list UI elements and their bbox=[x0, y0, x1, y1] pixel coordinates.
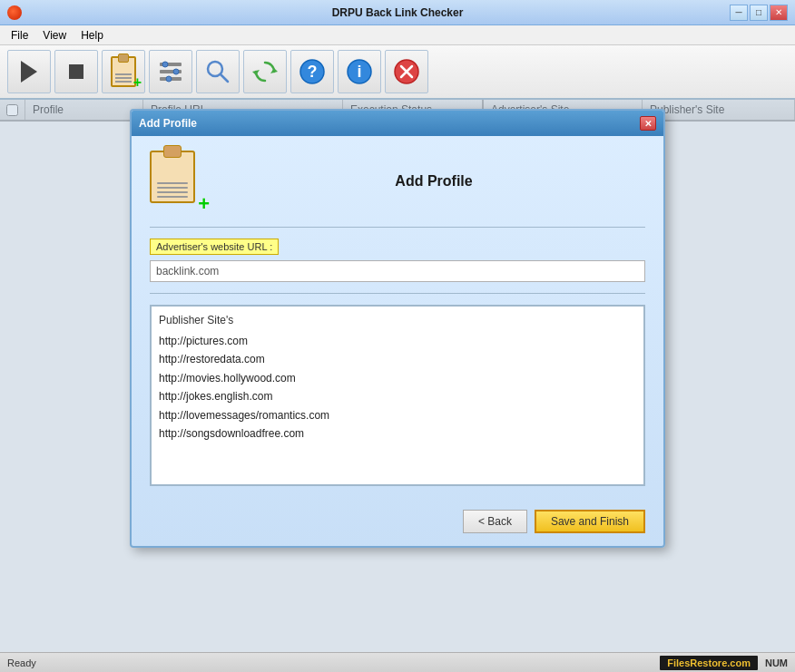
publisher-sites-wrapper: Publisher Site's http://pictures.com htt… bbox=[150, 305, 645, 486]
svg-point-4 bbox=[173, 69, 179, 74]
svg-point-3 bbox=[162, 62, 168, 67]
save-finish-button[interactable]: Save and Finish bbox=[535, 510, 645, 533]
dialog-icon: + bbox=[150, 151, 204, 212]
back-button[interactable]: < Back bbox=[463, 510, 527, 533]
menu-view[interactable]: View bbox=[35, 27, 74, 44]
publisher-site-4: http://jokes.english.com bbox=[159, 387, 636, 405]
search-button[interactable] bbox=[196, 50, 240, 93]
status-right: FilesRestore.com NUM bbox=[660, 656, 788, 670]
dialog-heading: Add Profile bbox=[222, 173, 645, 190]
publisher-site-6: http://songsdownloadfree.com bbox=[159, 424, 636, 443]
svg-text:?: ? bbox=[308, 63, 318, 81]
modal-overlay: Add Profile ✕ bbox=[0, 100, 795, 652]
publisher-site-1: http://pictures.com bbox=[159, 332, 636, 350]
advertiser-url-label: Advertiser's website URL : bbox=[150, 239, 279, 255]
publisher-site-2: http://restoredata.com bbox=[159, 350, 636, 368]
menu-bar: File View Help bbox=[0, 25, 795, 45]
app-icon bbox=[7, 5, 22, 20]
minimize-button[interactable]: ─ bbox=[730, 5, 748, 21]
title-bar-controls: ─ □ ✕ bbox=[730, 5, 788, 21]
maximize-button[interactable]: □ bbox=[750, 5, 768, 21]
dialog-close-button[interactable]: ✕ bbox=[640, 116, 656, 131]
dialog-title-bar: Add Profile ✕ bbox=[132, 111, 663, 136]
dialog-header-section: + Add Profile bbox=[150, 151, 645, 212]
publisher-sites-list: http://pictures.com http://restoredata.c… bbox=[159, 332, 636, 443]
close-window-button[interactable]: ✕ bbox=[770, 5, 788, 21]
refresh-button[interactable] bbox=[243, 50, 287, 93]
search-icon bbox=[203, 57, 232, 86]
publisher-sites-label: Publisher Site's bbox=[159, 314, 636, 326]
stop-button[interactable] bbox=[54, 50, 98, 93]
plus-large-icon: + bbox=[198, 192, 210, 216]
app-title: DRPU Back Link Checker bbox=[332, 6, 464, 19]
info-button[interactable]: i bbox=[338, 50, 381, 93]
dialog-content: + Add Profile Advertiser's website URL :… bbox=[132, 136, 663, 501]
menu-file[interactable]: File bbox=[4, 27, 35, 44]
brand-label: FilesRestore.com bbox=[660, 656, 758, 670]
add-profile-dialog: Add Profile ✕ bbox=[130, 109, 665, 548]
status-text: Ready bbox=[7, 657, 36, 668]
close-icon bbox=[392, 57, 421, 86]
publisher-site-3: http://movies.hollywood.com bbox=[159, 369, 636, 387]
clipboard-lines bbox=[157, 182, 188, 198]
svg-point-5 bbox=[166, 76, 172, 82]
status-bar: Ready FilesRestore.com NUM bbox=[0, 652, 795, 672]
main-area: Profile Profile URL Execution Status Adv… bbox=[0, 100, 795, 652]
title-bar: DRPU Back Link Checker ─ □ ✕ bbox=[0, 0, 795, 25]
advertiser-section: Advertiser's website URL : bbox=[150, 239, 645, 282]
settings-icon bbox=[156, 57, 185, 86]
dialog-divider-1 bbox=[150, 227, 645, 228]
plus-icon: + bbox=[133, 74, 142, 91]
info-icon: i bbox=[345, 57, 374, 86]
close-button[interactable] bbox=[385, 50, 428, 93]
dialog-divider-2 bbox=[150, 293, 645, 294]
help-icon: ? bbox=[298, 57, 327, 86]
add-profile-toolbar-button[interactable]: + bbox=[102, 50, 145, 93]
toolbar: + ? bbox=[0, 45, 795, 100]
refresh-icon bbox=[250, 57, 280, 86]
svg-text:i: i bbox=[357, 63, 361, 81]
dialog-footer: < Back Save and Finish bbox=[132, 501, 663, 546]
advertiser-url-input[interactable] bbox=[150, 260, 645, 282]
stop-icon bbox=[69, 64, 83, 79]
title-bar-left bbox=[7, 5, 22, 20]
help-button[interactable]: ? bbox=[290, 50, 334, 93]
num-lock-label: NUM bbox=[765, 657, 788, 668]
svg-line-7 bbox=[221, 74, 228, 82]
dialog-title: Add Profile bbox=[139, 117, 197, 130]
publisher-site-5: http://lovemessages/romantics.com bbox=[159, 406, 636, 424]
clipboard-large-icon bbox=[150, 151, 195, 203]
play-button[interactable] bbox=[7, 50, 51, 93]
settings-button[interactable] bbox=[149, 50, 192, 93]
play-icon bbox=[21, 61, 37, 83]
menu-help[interactable]: Help bbox=[74, 27, 111, 44]
